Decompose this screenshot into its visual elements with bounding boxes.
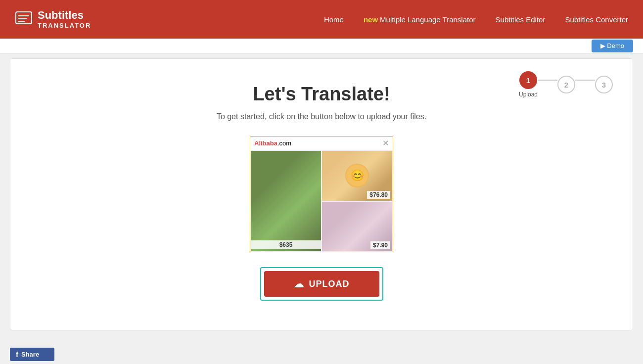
ad-image-clothes: $7.90 — [322, 201, 393, 252]
nav-converter[interactable]: Subtitles Converter — [565, 15, 628, 24]
nav: Home newMultiple Language Translator Sub… — [324, 15, 628, 24]
page-subtext: To get started, click on the button belo… — [30, 112, 613, 121]
ad-brand: Alibaba.com — [254, 139, 291, 147]
sub-header: ▶ Demo — [0, 39, 643, 53]
steps: 1 Upload 2 3 — [519, 71, 613, 98]
ad-price-toy: $76.80 — [367, 191, 390, 199]
upload-btn-outer: ☁ UPLOAD — [260, 267, 383, 301]
upload-button[interactable]: ☁ UPLOAD — [264, 271, 379, 297]
step-connector-1 — [538, 80, 557, 81]
nav-translator-label: Multiple Language Translator — [380, 15, 475, 24]
upload-btn-container: ☁ UPLOAD — [30, 267, 613, 301]
logo-icon — [15, 11, 33, 28]
step-3: 3 — [595, 76, 613, 93]
step-circle-3: 3 — [595, 76, 613, 93]
nav-home[interactable]: Home — [324, 15, 344, 24]
main-container: 1 Upload 2 3 Let's Translate! To get sta… — [0, 53, 643, 340]
step-circle-2: 2 — [557, 76, 575, 93]
ad-body: $635 😊 $76.80 $7.90 — [250, 150, 393, 252]
step-1: 1 Upload — [519, 71, 538, 98]
ad-close-icon[interactable]: ✕ — [382, 138, 389, 148]
upload-icon: ☁ — [294, 278, 304, 290]
logo-subtitle: TRANSLATOR — [38, 22, 91, 29]
ad-container: Alibaba.com ✕ $635 😊 $76.80 — [250, 136, 393, 252]
content-card: 1 Upload 2 3 Let's Translate! To get sta… — [10, 58, 633, 330]
logo-area: Subtitles TRANSLATOR — [15, 9, 91, 29]
nav-editor[interactable]: Subtitles Editor — [496, 15, 546, 24]
ad-price-pool: $635 — [251, 240, 321, 249]
upload-label: UPLOAD — [309, 279, 350, 289]
facebook-label: Share — [21, 351, 39, 358]
social-bar: f Share 🐦 Tweet — [0, 340, 643, 364]
nav-translator[interactable]: newMultiple Language Translator — [364, 15, 476, 24]
logo-title: Subtitles — [38, 9, 91, 21]
ad-image-toy: 😊 $76.80 — [322, 150, 393, 201]
header: Subtitles TRANSLATOR Home newMultiple La… — [0, 0, 643, 39]
ad-image-pool: $635 — [250, 150, 322, 252]
new-label: new — [364, 15, 378, 24]
facebook-share-button[interactable]: f Share — [10, 348, 54, 361]
toy-face: 😊 — [345, 164, 369, 187]
step-circle-1: 1 — [519, 71, 537, 89]
ad-header: Alibaba.com ✕ — [250, 136, 393, 150]
logo-text: Subtitles TRANSLATOR — [38, 9, 91, 29]
facebook-icon: f — [16, 350, 18, 359]
step-connector-2 — [575, 80, 595, 81]
step-label-1: Upload — [519, 91, 538, 98]
sub-header-button[interactable]: ▶ Demo — [592, 40, 633, 52]
step-2: 2 — [557, 76, 575, 93]
ad-price-clothes: $7.90 — [370, 241, 390, 249]
